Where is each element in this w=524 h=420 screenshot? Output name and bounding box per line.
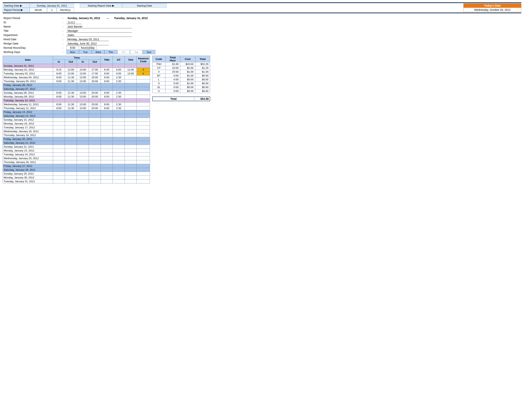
cell-time-out2[interactable]	[89, 118, 101, 122]
cell-tnh[interactable]	[101, 153, 113, 156]
cell-time-out1[interactable]	[65, 118, 77, 122]
cell-ot[interactable]: 0:00	[113, 68, 125, 72]
cell-absence[interactable]	[137, 106, 150, 110]
cell-tah[interactable]	[125, 103, 137, 106]
cell-ot[interactable]	[113, 172, 125, 176]
working-day-fri[interactable]: Fri	[117, 50, 130, 54]
cell-absence[interactable]	[137, 91, 150, 95]
cell-time-in2[interactable]	[77, 114, 89, 118]
cell-tah[interactable]	[125, 106, 137, 110]
info-title-value[interactable]: Manager	[66, 29, 132, 33]
cell-time-in1[interactable]	[53, 153, 65, 156]
cell-time-out2[interactable]	[89, 141, 101, 145]
cell-absence[interactable]	[137, 122, 150, 126]
cell-tah[interactable]: 13:00	[125, 72, 137, 76]
cell-tnh[interactable]: 6:45	[101, 68, 113, 72]
cell-time-in1[interactable]	[53, 180, 65, 183]
cell-time-out1[interactable]: 12:00	[65, 72, 77, 76]
cell-time-in2[interactable]	[77, 126, 89, 129]
cell-time-out1[interactable]: 11:30	[65, 79, 77, 83]
cell-tah[interactable]	[125, 76, 137, 79]
cell-absence[interactable]	[137, 64, 150, 68]
cell-time-out2[interactable]	[89, 64, 101, 68]
cell-tnh[interactable]	[101, 83, 113, 87]
cell-time-out1[interactable]	[65, 64, 77, 68]
cell-time-in2[interactable]	[77, 133, 89, 137]
cell-time-in2[interactable]: 13:00	[77, 103, 89, 106]
info-department-value[interactable]: Sales	[66, 34, 132, 37]
cell-time-in1[interactable]	[53, 149, 65, 153]
cell-time-in1[interactable]: 8:00	[53, 95, 65, 99]
cell-absence[interactable]	[137, 149, 150, 153]
cell-absence[interactable]	[137, 156, 150, 160]
cell-time-out2[interactable]	[89, 168, 101, 172]
cell-time-out2[interactable]	[89, 129, 101, 133]
cell-tah[interactable]	[125, 133, 137, 137]
cell-time-out1[interactable]	[65, 176, 77, 180]
cell-time-in2[interactable]	[77, 137, 89, 141]
cell-time-out1[interactable]: 11:30	[65, 103, 77, 106]
cell-absence[interactable]	[137, 76, 150, 79]
cell-ot[interactable]	[113, 83, 125, 87]
cell-ot[interactable]	[113, 137, 125, 141]
cell-time-out2[interactable]	[89, 122, 101, 126]
cell-time-out2[interactable]: 20:00	[89, 103, 101, 106]
cell-time-in2[interactable]	[77, 168, 89, 172]
cell-time-in1[interactable]	[53, 172, 65, 176]
cell-ot[interactable]: 2:30	[113, 95, 125, 99]
cell-time-out2[interactable]: 17:00	[89, 68, 101, 72]
cell-tnh[interactable]	[101, 176, 113, 180]
cell-time-out1[interactable]: 11:30	[65, 76, 77, 79]
cell-time-out2[interactable]	[89, 137, 101, 141]
cell-time-in2[interactable]: 13:00	[77, 76, 89, 79]
cell-tah[interactable]	[125, 145, 137, 149]
cell-time-in2[interactable]	[77, 110, 89, 114]
cell-time-out1[interactable]	[65, 122, 77, 126]
cell-time-in1[interactable]: 8:00	[53, 106, 65, 110]
cell-ot[interactable]	[113, 145, 125, 149]
cell-absence[interactable]	[137, 176, 150, 180]
cell-tnh[interactable]	[101, 87, 113, 91]
cell-tah[interactable]	[125, 79, 137, 83]
cell-tah[interactable]	[125, 83, 137, 87]
cell-time-in2[interactable]	[77, 156, 89, 160]
cell-absence[interactable]	[137, 141, 150, 145]
cell-absence[interactable]: V	[137, 68, 150, 72]
working-day-thu[interactable]: Thu	[105, 50, 117, 54]
cell-tah[interactable]	[125, 164, 137, 168]
cell-tnh[interactable]: 8:00	[101, 91, 113, 95]
cell-tnh[interactable]	[101, 114, 113, 118]
cell-time-out2[interactable]	[89, 126, 101, 129]
cell-absence[interactable]	[137, 79, 150, 83]
cell-time-out2[interactable]	[89, 180, 101, 183]
cell-time-in2[interactable]	[77, 149, 89, 153]
cell-tnh[interactable]	[101, 126, 113, 129]
cell-time-in2[interactable]	[77, 160, 89, 164]
cell-ot[interactable]	[113, 99, 125, 103]
cell-absence[interactable]	[137, 114, 150, 118]
working-day-wed[interactable]: Wed	[92, 50, 105, 54]
cell-time-in2[interactable]: 13:00	[77, 68, 89, 72]
cell-time-in2[interactable]	[77, 172, 89, 176]
cell-ot[interactable]	[113, 160, 125, 164]
cell-time-in1[interactable]	[53, 118, 65, 122]
cell-time-out2[interactable]	[89, 164, 101, 168]
cell-time-out2[interactable]	[89, 160, 101, 164]
cell-time-in1[interactable]	[53, 141, 65, 145]
info-hired-value[interactable]: Monday, January 03, 2011	[66, 38, 109, 41]
cell-ot[interactable]	[113, 168, 125, 172]
cell-tah[interactable]	[125, 160, 137, 164]
cell-absence[interactable]	[137, 133, 150, 137]
cell-tnh[interactable]	[101, 137, 113, 141]
cell-absence[interactable]	[137, 145, 150, 149]
working-day-tue[interactable]: Tue	[79, 50, 92, 54]
cell-ot[interactable]	[113, 156, 125, 160]
cell-time-out2[interactable]	[89, 87, 101, 91]
cell-time-in1[interactable]: 8:00	[53, 76, 65, 79]
cell-tnh[interactable]	[101, 122, 113, 126]
cell-time-in1[interactable]	[53, 156, 65, 160]
cell-ot[interactable]	[113, 133, 125, 137]
cell-ot[interactable]: 2:30	[113, 103, 125, 106]
cell-absence[interactable]	[137, 164, 150, 168]
cell-absence[interactable]	[137, 180, 150, 183]
